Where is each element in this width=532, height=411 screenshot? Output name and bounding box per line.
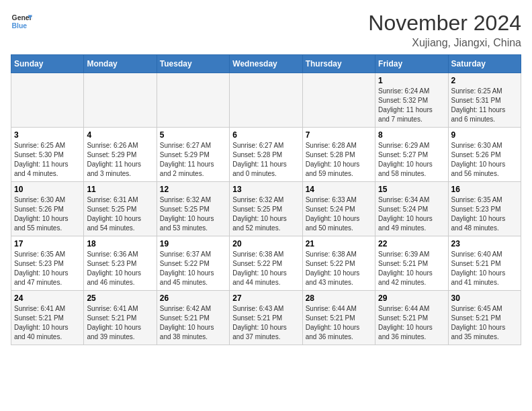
day-number: 15 <box>378 185 445 194</box>
calendar-week-row: 17Sunrise: 6:35 AMSunset: 5:23 PMDayligh… <box>11 236 521 291</box>
calendar-cell <box>11 73 84 128</box>
day-number: 2 <box>451 76 518 85</box>
weekday-header: Sunday <box>11 55 84 73</box>
day-number: 12 <box>160 185 226 194</box>
logo: General Blue General Blue <box>11 11 32 32</box>
calendar-week-row: 10Sunrise: 6:30 AMSunset: 5:26 PMDayligh… <box>11 182 521 236</box>
svg-text:Blue: Blue <box>12 22 28 30</box>
weekday-header: Friday <box>375 55 448 73</box>
day-info: Sunrise: 6:41 AMSunset: 5:21 PMDaylight:… <box>87 304 153 342</box>
calendar-week-row: 24Sunrise: 6:41 AMSunset: 5:21 PMDayligh… <box>11 291 521 345</box>
day-number: 11 <box>87 185 153 194</box>
day-info: Sunrise: 6:39 AMSunset: 5:21 PMDaylight:… <box>378 250 445 287</box>
weekday-header: Saturday <box>448 55 521 73</box>
day-number: 27 <box>232 293 299 303</box>
day-number: 21 <box>306 239 372 248</box>
day-number: 23 <box>451 239 518 248</box>
calendar-cell: 19Sunrise: 6:37 AMSunset: 5:22 PMDayligh… <box>157 236 229 291</box>
calendar-header: SundayMondayTuesdayWednesdayThursdayFrid… <box>11 55 521 73</box>
day-number: 17 <box>14 239 81 248</box>
calendar-cell: 6Sunrise: 6:27 AMSunset: 5:28 PMDaylight… <box>230 128 302 182</box>
day-number: 10 <box>14 185 81 194</box>
day-info: Sunrise: 6:40 AMSunset: 5:21 PMDaylight:… <box>451 250 518 287</box>
day-number: 8 <box>378 130 445 140</box>
day-info: Sunrise: 6:31 AMSunset: 5:25 PMDaylight:… <box>87 195 153 233</box>
day-number: 16 <box>451 185 518 194</box>
day-number: 24 <box>14 293 81 303</box>
day-number: 3 <box>14 130 81 140</box>
calendar-cell: 12Sunrise: 6:32 AMSunset: 5:25 PMDayligh… <box>157 182 229 236</box>
calendar-cell: 4Sunrise: 6:26 AMSunset: 5:29 PMDaylight… <box>84 128 157 182</box>
day-info: Sunrise: 6:29 AMSunset: 5:27 PMDaylight:… <box>378 141 445 179</box>
day-info: Sunrise: 6:26 AMSunset: 5:29 PMDaylight:… <box>87 141 153 179</box>
calendar-cell: 23Sunrise: 6:40 AMSunset: 5:21 PMDayligh… <box>448 236 521 291</box>
day-number: 5 <box>160 130 226 140</box>
day-info: Sunrise: 6:44 AMSunset: 5:21 PMDaylight:… <box>378 304 445 342</box>
day-info: Sunrise: 6:30 AMSunset: 5:26 PMDaylight:… <box>14 195 81 233</box>
logo-icon: General Blue <box>11 11 32 32</box>
calendar-cell: 28Sunrise: 6:44 AMSunset: 5:21 PMDayligh… <box>302 291 375 345</box>
day-number: 28 <box>306 293 372 303</box>
day-info: Sunrise: 6:45 AMSunset: 5:21 PMDaylight:… <box>451 304 518 342</box>
calendar-cell: 8Sunrise: 6:29 AMSunset: 5:27 PMDaylight… <box>375 128 448 182</box>
calendar-cell <box>302 73 375 128</box>
weekday-header: Wednesday <box>230 55 302 73</box>
day-number: 1 <box>378 76 445 85</box>
calendar-cell: 11Sunrise: 6:31 AMSunset: 5:25 PMDayligh… <box>84 182 157 236</box>
title-block: November 2024 Xujiang, Jiangxi, China <box>368 11 521 49</box>
page-header: General Blue General Blue November 2024 … <box>11 11 521 49</box>
day-number: 26 <box>160 293 226 303</box>
day-number: 29 <box>378 293 445 303</box>
location-title: Xujiang, Jiangxi, China <box>368 37 521 49</box>
day-info: Sunrise: 6:32 AMSunset: 5:25 PMDaylight:… <box>232 195 299 233</box>
day-number: 19 <box>160 239 226 248</box>
day-info: Sunrise: 6:34 AMSunset: 5:24 PMDaylight:… <box>378 195 445 233</box>
calendar-cell: 21Sunrise: 6:38 AMSunset: 5:22 PMDayligh… <box>302 236 375 291</box>
day-info: Sunrise: 6:27 AMSunset: 5:28 PMDaylight:… <box>232 141 299 179</box>
day-info: Sunrise: 6:38 AMSunset: 5:22 PMDaylight:… <box>306 250 372 287</box>
day-number: 4 <box>87 130 153 140</box>
calendar-cell: 29Sunrise: 6:44 AMSunset: 5:21 PMDayligh… <box>375 291 448 345</box>
day-info: Sunrise: 6:28 AMSunset: 5:28 PMDaylight:… <box>306 141 372 179</box>
day-info: Sunrise: 6:43 AMSunset: 5:21 PMDaylight:… <box>232 304 299 342</box>
calendar-cell: 7Sunrise: 6:28 AMSunset: 5:28 PMDaylight… <box>302 128 375 182</box>
calendar-week-row: 1Sunrise: 6:24 AMSunset: 5:32 PMDaylight… <box>11 73 521 128</box>
calendar-cell: 24Sunrise: 6:41 AMSunset: 5:21 PMDayligh… <box>11 291 84 345</box>
day-info: Sunrise: 6:33 AMSunset: 5:24 PMDaylight:… <box>306 195 372 233</box>
calendar-cell: 15Sunrise: 6:34 AMSunset: 5:24 PMDayligh… <box>375 182 448 236</box>
calendar-cell: 14Sunrise: 6:33 AMSunset: 5:24 PMDayligh… <box>302 182 375 236</box>
calendar-cell <box>230 73 302 128</box>
day-number: 18 <box>87 239 153 248</box>
day-number: 30 <box>451 293 518 303</box>
calendar-cell: 13Sunrise: 6:32 AMSunset: 5:25 PMDayligh… <box>230 182 302 236</box>
month-title: November 2024 <box>368 11 521 36</box>
day-number: 25 <box>87 293 153 303</box>
day-number: 9 <box>451 130 518 140</box>
day-info: Sunrise: 6:25 AMSunset: 5:31 PMDaylight:… <box>451 87 518 124</box>
day-info: Sunrise: 6:35 AMSunset: 5:23 PMDaylight:… <box>451 195 518 233</box>
day-number: 6 <box>232 130 299 140</box>
day-info: Sunrise: 6:32 AMSunset: 5:25 PMDaylight:… <box>160 195 226 233</box>
day-number: 13 <box>232 185 299 194</box>
calendar-cell <box>84 73 157 128</box>
calendar-cell: 25Sunrise: 6:41 AMSunset: 5:21 PMDayligh… <box>84 291 157 345</box>
weekday-header: Monday <box>84 55 157 73</box>
day-number: 22 <box>378 239 445 248</box>
calendar-cell <box>157 73 229 128</box>
day-info: Sunrise: 6:44 AMSunset: 5:21 PMDaylight:… <box>306 304 372 342</box>
day-info: Sunrise: 6:35 AMSunset: 5:23 PMDaylight:… <box>14 250 81 287</box>
day-info: Sunrise: 6:38 AMSunset: 5:22 PMDaylight:… <box>232 250 299 287</box>
day-info: Sunrise: 6:42 AMSunset: 5:21 PMDaylight:… <box>160 304 226 342</box>
day-info: Sunrise: 6:41 AMSunset: 5:21 PMDaylight:… <box>14 304 81 342</box>
calendar-cell: 18Sunrise: 6:36 AMSunset: 5:23 PMDayligh… <box>84 236 157 291</box>
weekday-row: SundayMondayTuesdayWednesdayThursdayFrid… <box>11 55 521 73</box>
day-info: Sunrise: 6:30 AMSunset: 5:26 PMDaylight:… <box>451 141 518 179</box>
calendar-cell: 20Sunrise: 6:38 AMSunset: 5:22 PMDayligh… <box>230 236 302 291</box>
calendar-cell: 1Sunrise: 6:24 AMSunset: 5:32 PMDaylight… <box>375 73 448 128</box>
day-info: Sunrise: 6:24 AMSunset: 5:32 PMDaylight:… <box>378 87 445 124</box>
calendar-body: 1Sunrise: 6:24 AMSunset: 5:32 PMDaylight… <box>11 73 521 345</box>
weekday-header: Tuesday <box>157 55 229 73</box>
calendar-cell: 30Sunrise: 6:45 AMSunset: 5:21 PMDayligh… <box>448 291 521 345</box>
calendar-cell: 16Sunrise: 6:35 AMSunset: 5:23 PMDayligh… <box>448 182 521 236</box>
calendar-cell: 26Sunrise: 6:42 AMSunset: 5:21 PMDayligh… <box>157 291 229 345</box>
